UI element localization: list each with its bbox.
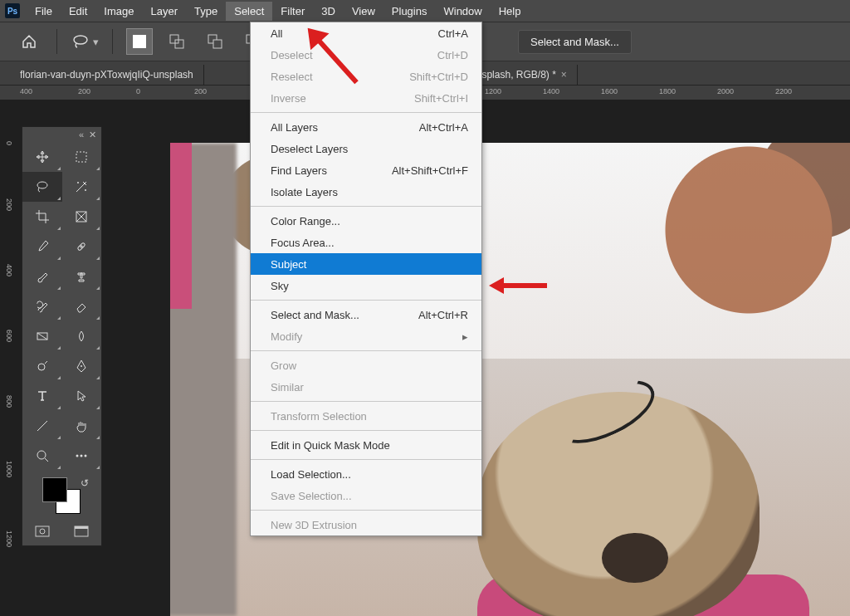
menu-view[interactable]: View — [344, 2, 383, 21]
menu-window[interactable]: Window — [435, 2, 490, 21]
menu-help[interactable]: Help — [491, 2, 530, 21]
ruler-tick: 0 — [5, 141, 13, 145]
brush-tool-icon[interactable] — [22, 262, 62, 291]
menu-item-find-layers[interactable]: Find LayersAlt+Shift+Ctrl+F — [251, 159, 481, 181]
ruler-tick: 1200 — [485, 87, 501, 95]
menu-3d[interactable]: 3D — [313, 2, 344, 21]
menu-item-load-selection[interactable]: Load Selection... — [251, 463, 481, 485]
zoom-tool-icon[interactable] — [22, 441, 62, 471]
svg-rect-24 — [75, 526, 88, 529]
menu-item-all[interactable]: AllCtrl+A — [251, 22, 481, 44]
ruler-tick: 0 — [136, 87, 140, 95]
heal-tool-icon[interactable] — [62, 232, 102, 262]
svg-point-20 — [85, 455, 87, 457]
menu-item-grow: Grow — [251, 354, 481, 376]
document-tab[interactable]: florian-van-duyn-pXToxwjqIiQ-unsplash — [10, 65, 204, 85]
screenmode-icon[interactable] — [74, 526, 89, 537]
ruler-tick: 1000 — [5, 461, 13, 477]
vertical-ruler: 020040060080010001200 — [5, 141, 13, 547]
svg-point-19 — [81, 455, 83, 457]
svg-point-9 — [37, 182, 47, 188]
menu-item-isolate-layers[interactable]: Isolate Layers — [251, 181, 481, 203]
menu-item-shortcut: Ctrl+A — [438, 27, 468, 40]
add-selection-icon[interactable] — [163, 27, 191, 56]
menu-plugins[interactable]: Plugins — [383, 2, 436, 21]
menu-item-deselect: DeselectCtrl+D — [251, 44, 481, 66]
svg-rect-21 — [36, 526, 49, 536]
line-tool-icon[interactable] — [22, 411, 62, 441]
path-select-tool-icon[interactable] — [62, 381, 102, 411]
crop-tool-icon[interactable] — [22, 202, 62, 232]
frame-tool-icon[interactable] — [62, 202, 102, 232]
svg-point-22 — [40, 529, 45, 534]
menu-item-focus-area[interactable]: Focus Area... — [251, 232, 481, 253]
ruler-tick: 2200 — [775, 87, 792, 95]
select-menu-dropdown: AllCtrl+ADeselectCtrl+DReselectShift+Ctr… — [250, 22, 482, 536]
menu-item-sky[interactable]: Sky — [251, 275, 481, 296]
menu-separator — [251, 430, 481, 431]
more-tool-icon[interactable] — [62, 441, 102, 471]
menu-item-deselect-layers[interactable]: Deselect Layers — [251, 138, 481, 159]
svg-point-18 — [76, 455, 79, 457]
menu-select[interactable]: Select — [226, 2, 272, 21]
menu-filter[interactable]: Filter — [272, 2, 313, 21]
menu-layer[interactable]: Layer — [143, 2, 187, 21]
menu-item-label: Save Selection... — [271, 490, 352, 502]
ruler-tick: 1400 — [543, 87, 559, 95]
svg-point-0 — [74, 36, 87, 44]
tool-panel: « ✕ ↺ — [22, 126, 102, 546]
menu-item-label: Load Selection... — [271, 468, 351, 481]
marquee-tool-icon[interactable] — [62, 142, 102, 172]
menu-image[interactable]: Image — [95, 2, 142, 21]
wand-tool-icon[interactable] — [62, 172, 102, 202]
svg-point-15 — [38, 364, 45, 370]
pen-tool-icon[interactable] — [62, 351, 102, 381]
swap-colors-icon[interactable]: ↺ — [81, 477, 89, 489]
history-brush-tool-icon[interactable] — [22, 291, 62, 321]
foreground-color-swatch[interactable] — [42, 477, 67, 502]
stamp-tool-icon[interactable] — [62, 262, 102, 291]
move-tool-icon[interactable] — [22, 142, 62, 172]
menu-item-inverse: InverseShift+Ctrl+I — [251, 87, 481, 109]
ruler-tick: 600 — [5, 330, 13, 342]
color-swatches[interactable]: ↺ — [22, 476, 101, 517]
menu-item-select-and-mask[interactable]: Select and Mask...Alt+Ctrl+R — [251, 304, 481, 325]
menu-item-label: Grow — [271, 359, 296, 372]
new-selection-icon[interactable] — [126, 28, 153, 55]
menu-separator — [251, 206, 481, 207]
menu-item-color-range[interactable]: Color Range... — [251, 210, 481, 232]
type-tool-icon[interactable] — [22, 381, 62, 411]
svg-point-10 — [77, 182, 79, 183]
submenu-arrow-icon: ▸ — [462, 330, 468, 343]
close-icon[interactable]: × — [561, 69, 567, 81]
select-and-mask-button[interactable]: Select and Mask... — [518, 30, 632, 54]
tab-label: florian-van-duyn-pXToxwjqIiQ-unsplash — [20, 69, 193, 81]
menu-edit[interactable]: Edit — [61, 2, 95, 21]
dodge-tool-icon[interactable] — [22, 351, 62, 381]
eyedropper-tool-icon[interactable] — [22, 232, 62, 262]
hand-tool-icon[interactable] — [62, 411, 102, 441]
menu-separator — [251, 401, 481, 402]
lasso-option-icon[interactable]: ▾ — [71, 27, 99, 56]
menu-type[interactable]: Type — [186, 2, 226, 21]
menu-item-label: Deselect — [271, 49, 313, 61]
menu-item-edit-in-quick-mask-mode[interactable]: Edit in Quick Mask Mode — [251, 434, 481, 456]
menu-item-all-layers[interactable]: All LayersAlt+Ctrl+A — [251, 116, 481, 138]
home-icon[interactable] — [15, 27, 43, 56]
menu-item-shortcut: Alt+Ctrl+R — [418, 309, 468, 321]
menu-item-subject[interactable]: Subject — [251, 253, 481, 275]
close-icon[interactable]: ✕ — [89, 130, 96, 140]
menu-item-label: Modify — [271, 330, 302, 343]
menu-item-label: All Layers — [271, 121, 318, 134]
svg-rect-8 — [76, 152, 86, 162]
lasso-tool-icon[interactable] — [22, 172, 62, 202]
collapse-icon[interactable]: « — [79, 130, 84, 139]
gradient-tool-icon[interactable] — [22, 321, 62, 351]
eraser-tool-icon[interactable] — [62, 291, 102, 321]
menu-file[interactable]: File — [27, 2, 61, 21]
menu-item-label: Subject — [271, 258, 306, 271]
blur-tool-icon[interactable] — [62, 321, 102, 351]
subtract-selection-icon[interactable] — [201, 27, 229, 56]
menu-separator — [251, 459, 481, 460]
quickmask-icon[interactable] — [35, 526, 50, 537]
